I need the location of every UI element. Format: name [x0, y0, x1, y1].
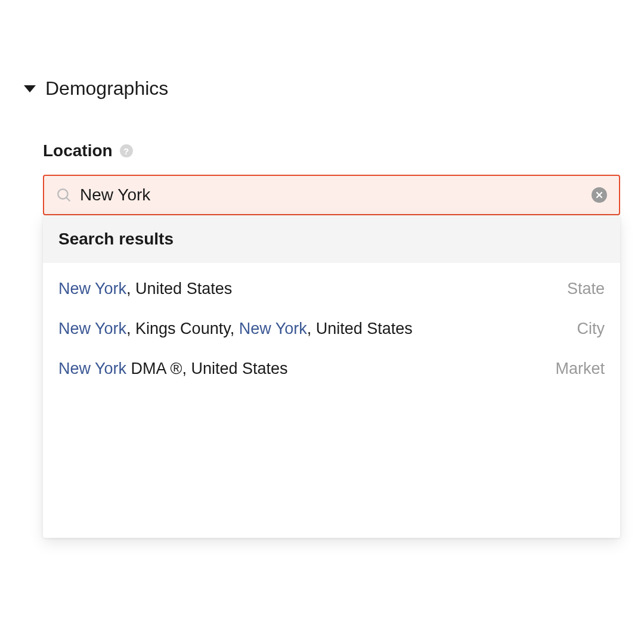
help-icon[interactable]: ?	[120, 144, 133, 157]
dropdown-header: Search results	[43, 215, 620, 263]
location-search-input[interactable]	[80, 185, 592, 205]
search-result-row[interactable]: New York, Kings County, New York, United…	[43, 309, 620, 349]
location-label: Location	[43, 141, 113, 160]
caret-down-icon	[24, 85, 36, 92]
result-type-label: State	[567, 280, 605, 298]
search-result-row[interactable]: New York DMA ®, United StatesMarket	[43, 349, 620, 389]
location-search-box[interactable]	[43, 175, 620, 215]
result-type-label: Market	[555, 360, 605, 378]
location-label-row: Location ?	[43, 141, 620, 160]
dropdown-title: Search results	[58, 230, 605, 249]
search-icon	[56, 187, 72, 203]
result-text: New York, United States	[58, 280, 232, 298]
results-list: New York, United StatesStateNew York, Ki…	[43, 263, 620, 538]
clear-search-button[interactable]	[592, 187, 607, 203]
result-text: New York, Kings County, New York, United…	[58, 320, 413, 338]
result-text: New York DMA ®, United States	[58, 360, 288, 378]
search-results-dropdown: Search results New York, United StatesSt…	[43, 215, 620, 538]
section-title: Demographics	[45, 78, 168, 100]
section-header-demographics[interactable]: Demographics	[24, 78, 620, 100]
result-type-label: City	[577, 320, 605, 338]
search-result-row[interactable]: New York, United StatesState	[43, 269, 620, 309]
svg-line-1	[66, 197, 69, 200]
